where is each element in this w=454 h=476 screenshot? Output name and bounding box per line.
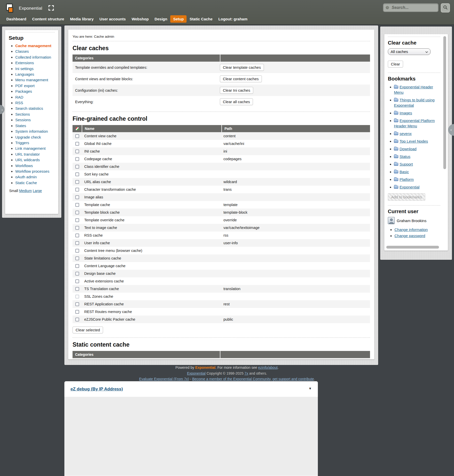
add-to-bookmarks-button[interactable]: Add to bookmarks: [388, 193, 425, 201]
sidebar-item: Classes: [15, 49, 55, 54]
debug-title-link[interactable]: eZ debug (By IP Address): [70, 387, 123, 391]
search-button[interactable]: [441, 3, 450, 12]
bookmark-link[interactable]: Download: [400, 147, 417, 151]
user-link[interactable]: Change password: [394, 234, 425, 238]
clear-cache-select[interactable]: All caches: [388, 48, 431, 55]
table-row: Active extensions cache: [73, 277, 370, 285]
user-link[interactable]: Change information: [394, 227, 428, 232]
bookmark-link[interactable]: Images: [400, 111, 412, 115]
size-link[interactable]: Medium: [19, 189, 32, 193]
sidebar-item: Extensions: [15, 60, 55, 66]
bookmark-link[interactable]: Things to build using Exponential: [394, 98, 435, 107]
cache-name: Content Language cache: [82, 264, 221, 268]
row-checkbox[interactable]: [75, 188, 79, 192]
sidebar-item: Cache management: [15, 43, 55, 49]
row-checkbox[interactable]: [75, 134, 79, 138]
scrollbar-vertical[interactable]: [443, 36, 446, 244]
bookmark-item: Exponential Header Menu: [394, 84, 440, 95]
brand-logo[interactable]: Exponential: [5, 3, 54, 14]
row-checkbox[interactable]: [75, 256, 79, 260]
table-row: URL alias cache wildcard: [73, 178, 370, 186]
bookmark-link[interactable]: Exponential: [400, 185, 419, 189]
footer-ezinfo-link[interactable]: ezinfo/about: [258, 365, 278, 370]
column-header-categories: Categories: [73, 55, 220, 62]
row-checkbox[interactable]: [75, 157, 79, 161]
clear-selected-button[interactable]: Clear selected: [73, 327, 103, 333]
clear-cache-button[interactable]: Clear content caches: [220, 75, 262, 82]
debug-collapse-toggle[interactable]: ▼: [308, 387, 312, 390]
row-checkbox[interactable]: [75, 295, 79, 298]
row-checkbox[interactable]: [75, 226, 79, 230]
table-row: Character transformation cache trans: [73, 186, 370, 193]
page-title-fine-grained: Fine-grained cache control: [73, 115, 370, 122]
footer-brand-link[interactable]: Exponential: [195, 365, 215, 370]
row-checkbox[interactable]: [75, 264, 79, 268]
row-checkbox[interactable]: [75, 142, 79, 146]
row-checkbox[interactable]: [75, 279, 79, 283]
table-row: INI cache ini: [73, 147, 370, 155]
bookmark-link[interactable]: Exponential Header Menu: [394, 85, 433, 94]
bookmark-link[interactable]: sevenx: [400, 131, 412, 136]
row-checkbox[interactable]: [75, 180, 79, 184]
bookmark-item: Exponential: [394, 184, 440, 190]
footer-evaluate-link[interactable]: Evaluate Exponential (From 7x): [139, 377, 189, 381]
row-checkbox[interactable]: [75, 241, 79, 245]
bookmark-link[interactable]: Top Level Nodes: [400, 139, 428, 143]
nav-item[interactable]: User accounts: [97, 15, 129, 23]
table-row: Template override cache override: [73, 216, 370, 224]
bookmark-link[interactable]: Basic: [400, 170, 409, 174]
clear-cache-button[interactable]: Clear all caches: [220, 98, 253, 105]
footer-exponential-link[interactable]: Exponential: [187, 371, 206, 375]
footer-line-1: Powered by Exponential. For more informa…: [0, 365, 454, 371]
nav-item[interactable]: Dashboard: [4, 15, 29, 23]
row-checkbox[interactable]: [75, 203, 79, 207]
bookmark-item: Things to build using Exponential: [394, 97, 440, 108]
clear-button[interactable]: Clear: [388, 61, 403, 67]
folder-icon: [394, 178, 398, 181]
row-checkbox[interactable]: [75, 318, 79, 321]
sidebar-item: URL wildcards: [15, 157, 55, 163]
bookmark-item: Exponential Platform Header Menu: [394, 118, 440, 129]
size-link[interactable]: Large: [33, 189, 42, 193]
table-row: User info cache user-info: [73, 239, 370, 247]
user-link-item: Change information: [394, 227, 440, 233]
cache-category-label: Template overrides and compiled template…: [73, 65, 220, 70]
row-checkbox[interactable]: [75, 272, 79, 276]
fine-grained-table: Content view cache content Global INI ca…: [73, 132, 370, 323]
nav-item[interactable]: Static Cache: [187, 15, 215, 23]
fullscreen-icon[interactable]: [48, 5, 54, 12]
row-checkbox[interactable]: [75, 249, 79, 253]
clear-cache-button[interactable]: Clear template caches: [220, 64, 264, 71]
row-checkbox[interactable]: [75, 149, 79, 153]
nav-item[interactable]: Webshop: [129, 15, 151, 23]
row-checkbox[interactable]: [75, 211, 79, 214]
row-checkbox[interactable]: [75, 172, 79, 176]
bookmark-link[interactable]: Platform: [400, 177, 414, 182]
clear-cache-button[interactable]: Clear Ini caches: [220, 87, 253, 94]
search-input[interactable]: [383, 3, 438, 12]
bookmark-link[interactable]: Support: [400, 162, 413, 166]
bookmark-item: Platform: [394, 177, 440, 182]
footer-community-link[interactable]: Become a member of the Exponential Commu…: [192, 377, 314, 381]
row-checkbox[interactable]: [75, 310, 79, 314]
footer-7x-link[interactable]: 7x: [245, 371, 248, 375]
nav-item[interactable]: Setup: [170, 15, 187, 23]
sidebar-item: Sections: [15, 112, 55, 117]
nav-item[interactable]: Design: [152, 15, 170, 23]
row-checkbox[interactable]: [75, 195, 79, 199]
bookmark-link[interactable]: Exponential Platform Header Menu: [394, 118, 435, 128]
nav-item[interactable]: Content structure: [29, 15, 67, 23]
cache-path: rest: [221, 302, 370, 306]
toggle-selection-icon[interactable]: [76, 127, 79, 130]
brand-name: Exponential: [19, 6, 42, 11]
row-checkbox[interactable]: [75, 287, 79, 291]
row-checkbox[interactable]: [75, 234, 79, 237]
row-checkbox[interactable]: [75, 165, 79, 169]
scrollbar-horizontal[interactable]: [386, 246, 441, 249]
row-checkbox[interactable]: [75, 218, 79, 222]
nav-item[interactable]: Logout: graham: [216, 15, 250, 23]
bookmark-link[interactable]: Status: [400, 154, 410, 159]
row-checkbox[interactable]: [75, 302, 79, 306]
nav-item[interactable]: Media library: [67, 15, 96, 23]
cache-category-label: Configuration (ini) caches:: [73, 88, 220, 92]
